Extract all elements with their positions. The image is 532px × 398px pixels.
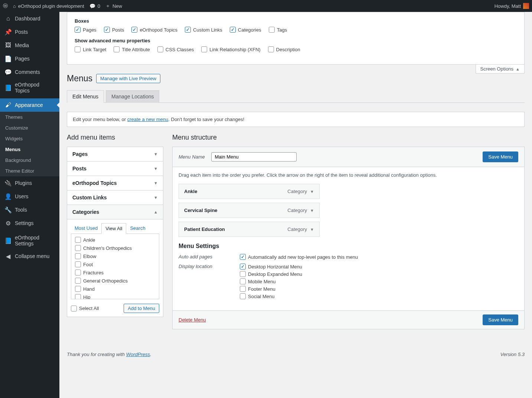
menu-icon: 👤 [4,193,12,200]
submenu-item-menus[interactable]: Menus [0,144,59,155]
structure-hint: Drag each item into the order you prefer… [179,172,518,178]
add-to-menu-button[interactable]: Add to Menu [124,304,159,313]
select-all-checkbox[interactable]: Select All [71,306,99,311]
tab-manage-locations[interactable]: Manage Locations [106,90,159,103]
location-cb-footer-menu[interactable]: Footer Menu [240,286,518,292]
sidebar-item-dashboard[interactable]: ⌂Dashboard [0,12,59,25]
advanced-cb-css-classes[interactable]: CSS Classes [157,46,194,52]
submenu-item-theme-editor[interactable]: Theme Editor [0,166,59,176]
comment-count: 0 [98,3,100,9]
sidebar-item-plugins[interactable]: 🔌Plugins [0,176,59,190]
chevron-down-icon[interactable]: ▼ [310,189,314,194]
admin-sidebar: ⌂Dashboard📌Posts🖼Media📄Pages💬Comments📘eO… [0,12,59,398]
category-cb-ankle[interactable]: Ankle [75,237,155,243]
sidebar-item-pages[interactable]: 📄Pages [0,52,59,65]
inner-tab-most-used[interactable]: Most Used [71,223,101,234]
new-content-link[interactable]: ＋New [105,3,122,9]
sidebar-item-collapse-menu[interactable]: ◀Collapse menu [0,249,59,263]
save-menu-button-top[interactable]: Save Menu [483,151,518,162]
category-cb-foot[interactable]: Foot [75,261,155,267]
inner-tab-view-all[interactable]: View All [101,223,126,234]
box-cb-eorthopod-topics[interactable]: eOrthopod Topics [131,27,177,33]
category-cb-children-s-orthopedics[interactable]: Children's Orthopedics [75,245,155,251]
category-list[interactable]: AnkleChildren's OrthopedicsElbowFootFrac… [71,234,159,299]
create-menu-link[interactable]: create a new menu [127,117,169,122]
menu-structure-heading: Menu structure [172,134,525,141]
chevron-down-icon: ▼ [154,166,158,171]
sidebar-item-tools[interactable]: 🔧Tools [0,203,59,216]
sidebar-item-eorthopod-topics[interactable]: 📘eOrthopod Topics [0,79,59,97]
sidebar-item-users[interactable]: 👤Users [0,190,59,203]
sidebar-item-media[interactable]: 🖼Media [0,39,59,52]
checkbox-label: Link Relationship (XFN) [209,47,260,52]
wordpress-link[interactable]: WordPress [126,352,150,357]
sidebar-item-appearance[interactable]: 🖌Appearance [0,98,59,112]
chevron-down-icon: ▼ [154,152,158,156]
site-link[interactable]: ⌂eOrthopod plugin development [13,3,84,9]
sidebar-item-label: Pages [15,56,30,62]
advanced-cb-link-relationship-xfn-[interactable]: Link Relationship (XFN) [201,46,260,52]
screen-options-label: Screen Options [480,66,514,72]
accordion-header-eorthopod-topics[interactable]: eOrthopod Topics▼ [67,176,163,190]
screen-options-tab[interactable]: Screen Options ▲ [476,65,525,74]
location-cb-desktop-expanded-menu[interactable]: Desktop Expanded Menu [240,271,518,277]
chevron-up-icon: ▲ [154,210,158,214]
category-cb-general-orthopedics[interactable]: General Orthopedics [75,278,155,284]
location-cb-mobile-menu[interactable]: Mobile Menu [240,278,518,284]
checkbox-icon [240,264,246,270]
user-account-link[interactable]: Howdy, Matt [495,3,529,9]
category-label: Children's Orthopedics [83,245,132,251]
checkbox-icon [240,254,246,260]
menu-name-input[interactable] [211,152,297,162]
live-preview-button[interactable]: Manage with Live Preview [96,74,160,83]
delete-menu-link[interactable]: Delete Menu [179,317,206,323]
chevron-down-icon[interactable]: ▼ [310,227,314,232]
box-cb-custom-links[interactable]: Custom Links [185,27,222,33]
sidebar-item-label: eOrthopod Topics [15,82,55,94]
menu-item-patient-education[interactable]: Patient EducationCategory ▼ [179,222,320,237]
menu-item-label: Ankle [184,189,197,194]
accordion-header-posts[interactable]: Posts▼ [67,162,163,176]
comments-link[interactable]: 💬0 [89,3,100,9]
accordion-header-custom-links[interactable]: Custom Links▼ [67,190,163,205]
menu-item-type: Category ▼ [287,226,314,232]
box-cb-pages[interactable]: Pages [75,27,97,33]
accordion-header-pages[interactable]: Pages▼ [67,147,163,161]
accordion-header-categories[interactable]: Categories▲ [67,205,163,219]
checkbox-icon [71,306,77,311]
box-cb-categories[interactable]: Categories [230,27,261,33]
tab-edit-menus[interactable]: Edit Menus [67,90,104,103]
advanced-cb-link-target[interactable]: Link Target [75,46,106,52]
category-cb-elbow[interactable]: Elbow [75,253,155,259]
advanced-cb-description[interactable]: Description [268,46,300,52]
checkbox-icon [268,46,274,52]
page-title: Menus [67,74,92,84]
sidebar-item-eorthopod-settings[interactable]: 📘eOrthopod Settings [0,232,59,249]
location-cb-social-menu[interactable]: Social Menu [240,293,518,299]
submenu-item-customize[interactable]: Customize [0,123,59,133]
category-cb-fractures[interactable]: Fractures [75,270,155,275]
category-cb-hand[interactable]: Hand [75,286,155,292]
menu-item-ankle[interactable]: AnkleCategory ▼ [179,184,320,199]
box-cb-tags[interactable]: Tags [269,27,287,33]
chevron-down-icon[interactable]: ▼ [310,208,314,213]
wp-logo-icon[interactable]: ⓦ [3,3,8,9]
add-items-heading: Add menu items [67,134,163,141]
sidebar-item-posts[interactable]: 📌Posts [0,25,59,39]
location-cb-desktop-horizontal-menu[interactable]: Desktop Horizontal Menu [240,264,518,270]
submenu-item-widgets[interactable]: Widgets [0,133,59,144]
advanced-cb-title-attribute[interactable]: Title Attribute [114,46,150,52]
auto-add-checkbox[interactable]: Automatically add new top-level pages to… [240,254,518,260]
checkbox-label: Title Attribute [122,47,150,52]
submenu-item-background[interactable]: Background [0,155,59,166]
category-cb-hip[interactable]: Hip [75,294,155,299]
inner-tab-search[interactable]: Search [126,223,149,234]
submenu-item-themes[interactable]: Themes [0,112,59,123]
checkbox-icon [104,27,110,33]
greeting-text: Howdy, Matt [495,3,521,9]
menu-item-cervical-spine[interactable]: Cervical SpineCategory ▼ [179,203,320,218]
sidebar-item-comments[interactable]: 💬Comments [0,65,59,79]
box-cb-posts[interactable]: Posts [104,27,124,33]
save-menu-button-bottom[interactable]: Save Menu [483,314,518,325]
sidebar-item-settings[interactable]: ⚙Settings [0,216,59,230]
